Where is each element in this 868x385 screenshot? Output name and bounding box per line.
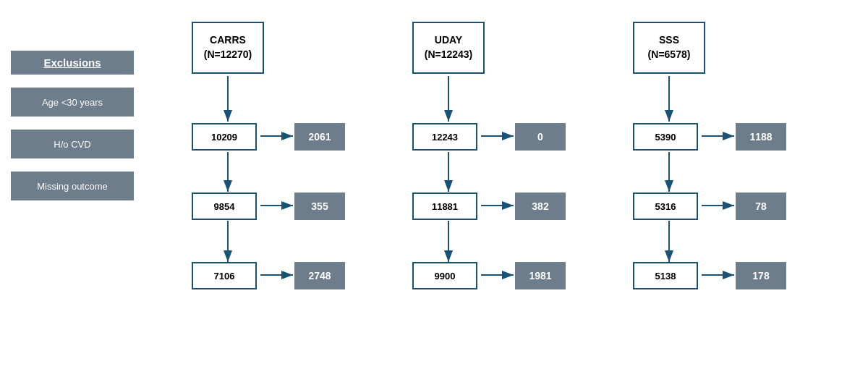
diagram-container: Exclusions Age <30 years H/o CVD Missing…	[0, 0, 868, 385]
exclusion-outcome: Missing outcome	[11, 172, 134, 200]
uday-level1-main: 12243	[412, 123, 477, 151]
left-panel: Exclusions Age <30 years H/o CVD Missing…	[0, 7, 145, 378]
sss-level3-main: 5138	[633, 262, 698, 289]
uday-level2-side: 382	[515, 192, 566, 220]
carrs-level3-side: 2748	[294, 262, 345, 289]
uday-level3-side: 1981	[515, 262, 566, 289]
carrs-level2-side: 355	[294, 192, 345, 220]
uday-level1-side: 0	[515, 123, 566, 151]
carrs-level2-main: 9854	[192, 192, 257, 220]
flow-area: CARRS(N=12270) 10209 2061 9854 355 7106 …	[145, 7, 868, 378]
exclusions-label: Exclusions	[11, 51, 134, 75]
exclusion-cvd: H/o CVD	[11, 130, 134, 158]
sss-level1-side: 1188	[736, 123, 786, 151]
sss-level2-main: 5316	[633, 192, 698, 220]
uday-top-box: UDAY(N=12243)	[412, 22, 485, 74]
sss-level3-side: 178	[736, 262, 786, 289]
carrs-level3-main: 7106	[192, 262, 257, 289]
carrs-top-box: CARRS(N=12270)	[192, 22, 264, 74]
carrs-level1-side: 2061	[294, 123, 345, 151]
carrs-level1-main: 10209	[192, 123, 257, 151]
sss-level1-main: 5390	[633, 123, 698, 151]
sss-top-box: SSS(N=6578)	[633, 22, 705, 74]
sss-level2-side: 78	[736, 192, 786, 220]
uday-level2-main: 11881	[412, 192, 477, 220]
uday-level3-main: 9900	[412, 262, 477, 289]
exclusion-age: Age <30 years	[11, 88, 134, 117]
